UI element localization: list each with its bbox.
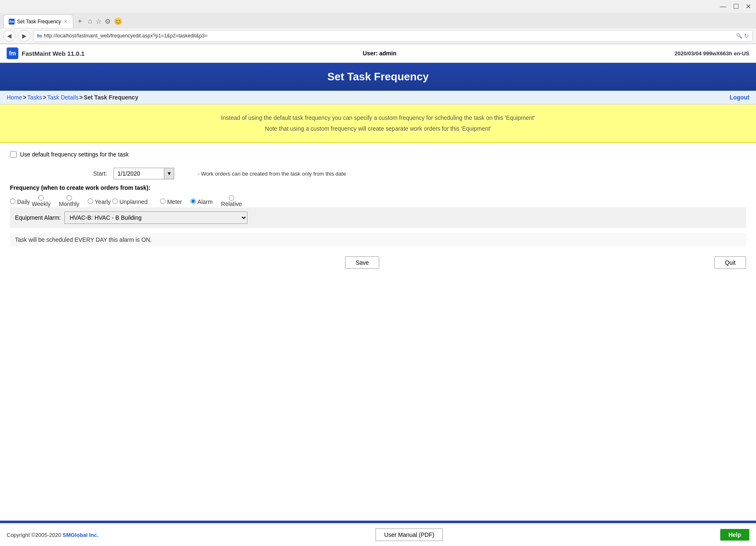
browser-titlebar: — ☐ ✕ — [0, 0, 756, 13]
breadcrumb-sep-1: > — [23, 94, 26, 101]
start-date-input[interactable] — [114, 169, 164, 179]
breadcrumb-sep-2: > — [43, 94, 46, 101]
freq-radio-daily[interactable] — [10, 199, 15, 204]
start-date-picker-button[interactable]: ▼ — [164, 168, 174, 179]
logout-button[interactable]: Logout — [730, 94, 749, 101]
action-row: Save Quit — [10, 253, 746, 272]
notice-line1: Instead of using the default task freque… — [17, 114, 739, 121]
freq-radio-meter[interactable] — [160, 199, 166, 204]
breadcrumb-tasks[interactable]: Tasks — [27, 94, 42, 101]
app-meta: 2020/03/04 999wX663h en-US — [674, 50, 749, 57]
equipment-alarm-row: Equipment Alarm: HVAC-B: HVAC - B Buildi… — [10, 207, 746, 228]
address-bar[interactable]: fm http://localhost/fastmaint_web/freque… — [33, 30, 753, 42]
freq-section-label: Frequency (when to create work orders fr… — [10, 184, 151, 191]
forward-button[interactable]: ▶ — [18, 30, 30, 42]
breadcrumb: Home > Tasks > Task Details > Set Task F… — [7, 94, 138, 101]
freq-label-unplanned: Unplanned — [119, 199, 148, 205]
notice-bar: Instead of using the default task freque… — [0, 104, 756, 143]
app-header: fm FastMaint Web 11.0.1 User: admin 2020… — [0, 44, 756, 63]
search-icon: 🔍 — [736, 33, 742, 39]
freq-radio-yearly[interactable] — [88, 199, 93, 204]
default-freq-label: Use default frequency settings for the t… — [20, 151, 128, 158]
freq-label-relative: Relative — [221, 201, 242, 207]
main-content: Use default frequency settings for the t… — [0, 143, 756, 401]
footer-copyright: Copyright ©2005-2020 SMGlobal Inc. — [7, 532, 99, 538]
freq-options-row: Daily Weekly Monthly Yearly — [10, 195, 746, 207]
freq-label-alarm: Alarm — [198, 199, 213, 205]
footer-company-link[interactable]: SMGlobal Inc. — [63, 532, 99, 538]
browser-toolbar-icons: ⌂ ☆ ⚙ 😊 — [88, 17, 122, 25]
tab-favicon: fm — [9, 19, 15, 25]
equipment-alarm-select[interactable]: HVAC-B: HVAC - B Building — [64, 211, 247, 224]
freq-option-monthly: Monthly — [59, 195, 79, 207]
start-input-wrapper: ▼ — [114, 168, 174, 179]
freq-option-yearly: Yearly — [88, 198, 111, 205]
freq-radio-unplanned[interactable] — [112, 199, 118, 204]
back-button[interactable]: ◀ — [3, 30, 15, 42]
star-icon[interactable]: ☆ — [96, 17, 101, 25]
freq-option-daily: Daily — [10, 198, 30, 205]
breadcrumb-bar: Home > Tasks > Task Details > Set Task F… — [0, 91, 756, 104]
close-button[interactable]: ✕ — [746, 2, 751, 10]
maximize-button[interactable]: ☐ — [733, 2, 739, 10]
browser-tab[interactable]: fm Set Task Frequency ✕ — [3, 15, 73, 28]
tab-title: Set Task Frequency — [17, 19, 61, 25]
refresh-icon[interactable]: ↻ — [744, 32, 749, 39]
url-text: http://localhost/fastmaint_web/frequency… — [44, 33, 734, 39]
freq-radio-weekly[interactable] — [38, 195, 44, 201]
equipment-alarm-label: Equipment Alarm: — [15, 214, 61, 221]
new-tab-button[interactable]: + — [75, 16, 85, 26]
default-freq-checkbox[interactable] — [10, 151, 17, 158]
help-button[interactable]: Help — [720, 529, 749, 541]
default-freq-row: Use default frequency settings for the t… — [10, 151, 746, 158]
freq-label-yearly: Yearly — [95, 199, 111, 205]
browser-chrome: — ☐ ✕ fm Set Task Frequency ✕ + ⌂ ☆ ⚙ 😊 … — [0, 0, 756, 44]
freq-radio-relative[interactable] — [229, 195, 234, 201]
freq-label-weekly: Weekly — [32, 201, 51, 207]
page-title: Set Task Frequency — [0, 70, 756, 83]
minimize-button[interactable]: — — [720, 3, 726, 10]
app-user: User: admin — [363, 50, 396, 57]
breadcrumb-task-details[interactable]: Task Details — [47, 94, 79, 101]
start-label: Start: — [93, 170, 107, 177]
save-button[interactable]: Save — [345, 256, 379, 269]
app-logo: fm FastMaint Web 11.0.1 — [7, 47, 84, 59]
tab-close-button[interactable]: ✕ — [64, 19, 68, 25]
browser-toolbar: ◀ ▶ fm http://localhost/fastmaint_web/fr… — [0, 28, 756, 44]
settings-icon[interactable]: ⚙ — [105, 17, 111, 25]
freq-option-unplanned: Unplanned — [112, 198, 148, 205]
page-title-bar: Set Task Frequency — [0, 63, 756, 91]
freq-radio-alarm[interactable] — [190, 199, 196, 204]
freq-label-monthly: Monthly — [59, 201, 79, 207]
footer-bar: Copyright ©2005-2020 SMGlobal Inc. User … — [0, 523, 756, 546]
breadcrumb-current: Set Task Frequency — [84, 94, 138, 101]
user-face-icon: 😊 — [114, 17, 122, 25]
freq-option-meter: Meter — [160, 198, 182, 205]
schedule-note: Task will be scheduled EVERY DAY this al… — [10, 233, 746, 246]
freq-label-row: Frequency (when to create work orders fr… — [10, 184, 746, 191]
logo-icon: fm — [7, 47, 18, 59]
favicon-small: fm — [37, 34, 42, 38]
browser-tab-area: fm Set Task Frequency ✕ + ⌂ ☆ ⚙ 😊 — [0, 13, 756, 28]
freq-option-alarm: Alarm — [190, 198, 213, 205]
quit-button[interactable]: Quit — [714, 256, 746, 269]
breadcrumb-sep-3: > — [79, 94, 83, 101]
freq-option-weekly: Weekly — [32, 195, 51, 207]
start-note: - Work orders can be created from the ta… — [198, 171, 346, 177]
home-icon[interactable]: ⌂ — [88, 17, 92, 25]
start-row: Start: ▼ - Work orders can be created fr… — [10, 168, 746, 179]
freq-label-daily: Daily — [17, 199, 30, 205]
freq-radio-monthly[interactable] — [67, 195, 72, 201]
breadcrumb-home[interactable]: Home — [7, 94, 22, 101]
freq-option-relative: Relative — [221, 195, 242, 207]
notice-line2: Note that using a custom frequency will … — [17, 125, 739, 132]
app-name: FastMaint Web 11.0.1 — [22, 50, 84, 57]
freq-label-meter: Meter — [167, 199, 182, 205]
user-manual-button[interactable]: User Manual (PDF) — [376, 529, 443, 541]
